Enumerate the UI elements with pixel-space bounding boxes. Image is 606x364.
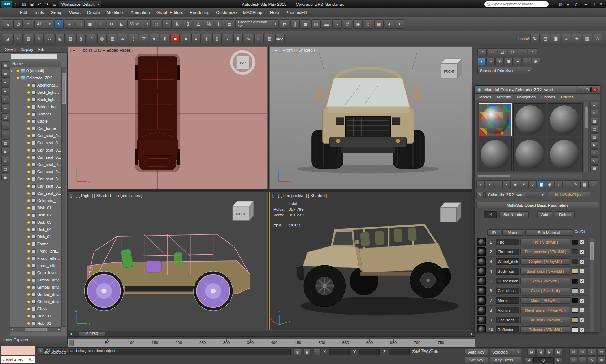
toggle-ribbon-icon[interactable]: ▬ [322,19,331,29]
submaterial-color-swatch[interactable] [572,240,578,245]
visibility-bulb-icon[interactable] [27,242,30,246]
lock-explorer-icon[interactable]: ▣ [1,61,9,69]
search-input[interactable] [492,2,542,6]
submaterial-color-swatch[interactable] [572,298,578,303]
twist-modifier-icon[interactable]: § [76,34,86,43]
menu-item[interactable]: Rendering [186,8,213,17]
visibility-bulb-icon[interactable] [27,235,30,238]
sync-selection-icon[interactable]: ⇄ [1,70,9,78]
auto-key-button[interactable]: Auto Key [465,349,488,355]
edit-named-selection-sets-icon[interactable]: ▤ [225,19,234,29]
viewport-front[interactable]: FRONT Z X [ + ] [ Front ] [ Shaded ] [269,46,472,189]
submaterial-onoff-checkbox[interactable] [580,250,584,254]
workspace-dropdown[interactable]: Workspace: Default [59,1,101,7]
ffd-modifier-icon[interactable]: ▦ [108,34,117,43]
scene-explorer-row[interactable]: Hub_01 [10,312,61,320]
scene-explorer-row[interactable]: Front_refle... [10,262,61,269]
submaterial-color-swatch[interactable] [572,308,578,313]
previous-frame-icon[interactable]: ◀ [536,349,545,355]
geometry-category-icon[interactable]: ● [477,58,486,65]
object-paint-icon[interactable]: ✎ [34,34,44,43]
motion-tab-icon[interactable]: ◎ [508,48,517,56]
key-filters-button[interactable]: Key Filters... [490,357,521,363]
visibility-bulb-icon[interactable] [27,264,30,267]
submaterial-name-field[interactable]: Tire_prote [496,249,519,255]
proxy-objects-icon[interactable]: ▤ [541,34,550,43]
previous-frame-arrow-icon[interactable]: ◀ [68,331,74,336]
time-slider-handle[interactable]: 0 / 780 [79,332,105,336]
maximize-viewport-toggle-icon[interactable]: ▣ [597,356,606,364]
visibility-bulb-icon[interactable] [27,199,30,202]
zoom-extents-all-icon[interactable]: ⊚ [597,348,606,356]
explorer-menu-item[interactable]: Display [18,46,35,52]
cylinder-primitive-icon[interactable]: ▮ [160,34,169,43]
submaterial-onoff-checkbox[interactable] [580,308,584,313]
scene-explorer-row[interactable]: Car_seat_0... [10,132,61,139]
submaterial-button[interactable]: Sand_color ( VRayMtl ) [520,268,570,275]
cone-primitive-icon[interactable]: ▲ [191,34,201,43]
panels-icon[interactable]: ▩ [583,34,592,43]
window-minimize-button[interactable]: – [582,1,589,8]
background-icon[interactable]: ▩ [590,118,598,125]
scroll-left-icon[interactable]: ◄ [11,328,14,331]
list-views-icon[interactable]: ≡ [562,34,571,43]
menu-item[interactable]: Animation [127,8,153,17]
select-by-name-icon[interactable]: ≡ [65,19,74,29]
submaterial-button[interactable]: Black ( VRayMtl ) [520,278,570,284]
menu-item[interactable]: Create [84,8,103,17]
submaterial-onoff-checkbox[interactable] [580,328,584,332]
material-options-icon[interactable]: ◌ [589,180,597,188]
use-pivot-point-center-icon[interactable]: ◎ [152,19,161,29]
hierarchy-tab-icon[interactable]: ▤ [498,48,507,56]
spinner-snap-toggle-icon[interactable]: ⇅ [215,19,224,29]
material-thumbnail[interactable] [477,257,486,266]
favorites-icon[interactable]: ★ [564,1,572,8]
current-frame-field[interactable]: 0 [533,357,554,363]
submaterial-button[interactable]: Graphite ( VRayMtl ) [520,258,570,265]
submaterial-onoff-checkbox[interactable] [580,298,584,303]
material-editor-menu-item[interactable]: Utilities [558,94,576,100]
me-close-button[interactable]: × [591,87,598,92]
scene-explorer-row[interactable]: Gimbal_driv... [10,298,61,305]
rendered-frame-window-icon[interactable]: ▩ [374,19,384,29]
scrollbar-thumb[interactable] [62,73,66,104]
material-editor-menu-item[interactable]: Material [494,94,514,100]
viewcube[interactable]: FRONT [441,59,462,78]
window-maximize-button[interactable]: ▢ [590,1,597,8]
scene-explorer-row[interactable]: Front_light... [10,247,61,255]
toggle-scene-explorer-icon[interactable]: ▦ [301,19,310,29]
modify-tab-icon[interactable]: § [488,48,497,56]
lathe-modifier-icon[interactable]: ◠ [87,34,96,43]
viewcube[interactable] [440,203,461,222]
material-sample-slot[interactable] [513,138,546,171]
scene-explorer-row[interactable]: Car_seat_0... [10,190,61,197]
align-icon[interactable]: ∥ [290,19,300,29]
filter-containers-icon[interactable]: ▤ [1,165,9,173]
toggle-layer-explorer-icon[interactable]: ▥ [311,19,321,29]
scene-explorer-row[interactable]: Disk_03 [10,219,61,226]
sample-uv-tiling-icon[interactable]: ▦ [580,180,589,188]
material-thumbnail[interactable] [477,267,486,276]
filter-xrefs-icon[interactable]: ◆ [1,148,9,155]
go-to-end-icon[interactable]: ▶| [554,349,563,355]
visibility-bulb-icon[interactable] [27,257,30,260]
material-editor-menu-item[interactable]: Navigation [514,94,538,100]
viewport-perspective[interactable]: Z x y [ + ] [ Perspective ] [ Shaded ] T… [269,192,472,330]
visibility-bulb-icon[interactable] [27,286,30,289]
zoom-icon[interactable]: ⊕ [569,348,577,356]
me-maximize-button[interactable]: ▢ [584,87,591,92]
scene-security-icon[interactable]: ▣ [551,34,560,43]
submaterial-button[interactable]: Car_seat ( VRayMtl ) [520,317,570,323]
visibility-bulb-icon[interactable] [27,250,30,253]
expand-arrow-icon[interactable]: ▾ [11,76,15,80]
visibility-bulb-icon[interactable] [27,127,30,130]
scene-explorer-row[interactable]: Additional... [10,82,61,89]
visibility-bulb-icon[interactable] [27,156,30,159]
submaterial-name-field[interactable]: Body_car [496,268,519,275]
submaterial-name-field[interactable]: Tire [496,239,519,245]
snaps-toggle-icon[interactable]: 3 [183,19,192,29]
select-and-manipulate-icon[interactable]: * [162,19,172,29]
viewcube[interactable]: RIGHT [233,201,254,221]
named-selection-sets-dropdown[interactable]: Create Selection Se [235,19,279,29]
scene-explorer-row[interactable]: Car_seat_0... [10,183,61,190]
